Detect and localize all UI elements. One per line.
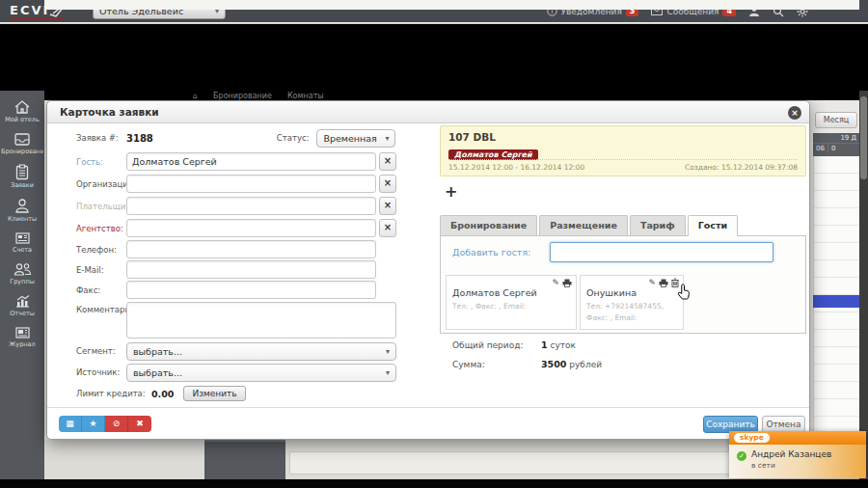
block-button[interactable]: ⊘ [105, 416, 128, 432]
request-number-value: 3188 [126, 133, 153, 144]
breadcrumb-bar [44, 0, 859, 10]
add-guest-input[interactable] [550, 242, 773, 262]
clear-guest-icon[interactable]: × [379, 152, 396, 171]
detail-tabs: Бронирование Размещение Тариф Гости [440, 215, 740, 235]
status-select[interactable]: Временная▾ [316, 129, 395, 148]
payer-field[interactable] [126, 197, 376, 215]
sidebar-item-journal[interactable]: Журнал [0, 323, 44, 352]
tab-booking[interactable]: Бронирование [440, 215, 537, 235]
organization-label: Организация: [76, 179, 126, 189]
segment-select[interactable]: выбрать...▾ [126, 342, 396, 361]
favorite-button[interactable]: ★ [82, 416, 105, 432]
sidebar-item-clients[interactable]: Клиенты [0, 195, 44, 227]
organization-field[interactable] [126, 175, 376, 193]
guest-details: Тел: , Факс: , Email: [452, 301, 570, 312]
log-button[interactable]: ▦ [59, 416, 82, 432]
total-period-label: Общий период: [452, 340, 541, 350]
sidebar-item-requests[interactable]: Заявки [0, 161, 44, 193]
hand-cursor-icon [677, 284, 691, 300]
skype-logo: skype [734, 433, 770, 443]
total-period-value: 1 [541, 339, 548, 350]
print-guest-icon[interactable] [562, 279, 572, 287]
sidebar: Мой отель Бронирование Заявки Клиенты Сч… [0, 91, 44, 479]
person-icon [14, 198, 30, 214]
sidebar-item-my-hotel[interactable]: Мой отель [0, 96, 44, 127]
request-number-label: Заявка #: [76, 133, 126, 143]
sidebar-item-booking[interactable]: Бронирование [0, 129, 44, 159]
guest-card[interactable]: ✎ Онушкина Тел: +79214587455, Факс: , Em… [580, 275, 684, 330]
sidebar-item-reports[interactable]: Отчеты [0, 291, 44, 321]
agency-label: Агентство: [76, 224, 126, 233]
total-period-row: Общий период: 1 суток [452, 339, 576, 350]
breadcrumb-rooms[interactable]: Комнаты [287, 92, 324, 100]
clear-organization-icon[interactable]: × [379, 175, 396, 193]
guest-field[interactable] [126, 152, 376, 171]
source-select[interactable]: выбрать...▾ [126, 364, 396, 382]
online-status-icon: ✓ [737, 451, 746, 461]
breadcrumb-home-icon[interactable]: ⌂ [193, 92, 198, 100]
guest-card[interactable]: ✎ Долматов Сергей Тел: , Факс: , Email: [446, 275, 577, 330]
invoice-icon [14, 231, 31, 245]
print-guest-icon[interactable] [659, 279, 668, 287]
status-label: Статус: [277, 133, 310, 143]
edit-guest-icon[interactable]: ✎ [648, 278, 656, 287]
tab-placement[interactable]: Размещение [539, 215, 628, 235]
fax-field[interactable] [126, 281, 376, 299]
sum-value: 3500 [541, 359, 566, 369]
breadcrumb: ⌂ Бронирование Комнаты [193, 92, 324, 100]
modal-title: Карточка заявки [60, 106, 159, 118]
clear-agency-icon[interactable]: × [379, 219, 396, 237]
journal-icon [14, 326, 31, 339]
agency-field[interactable] [126, 219, 376, 237]
booking-bar[interactable] [813, 295, 859, 308]
tab-tariff[interactable]: Тариф [630, 215, 686, 235]
chevron-down-icon: ▾ [386, 347, 390, 356]
month-button[interactable]: Месяц [815, 112, 857, 128]
room-period: 15.12.2014 12:00 - 16.12.2014 12:00 [448, 163, 584, 172]
chevron-down-icon: ▾ [385, 134, 389, 143]
modal-close-icon[interactable]: × [788, 106, 801, 120]
clipboard-icon [14, 164, 30, 180]
add-room-icon[interactable]: + [445, 182, 457, 201]
delete-button[interactable]: ✖ [128, 416, 151, 432]
home-icon [14, 99, 31, 115]
calendar-grid-header: 19 Д 06 0 [813, 133, 859, 156]
room-summary-panel: 107 DBL Долматов Сергей 15.12.2014 12:00… [440, 125, 806, 176]
skype-notification[interactable]: skype ✓ Андрей Казанцев в сети [729, 431, 866, 478]
change-credit-button[interactable]: Изменить [183, 386, 245, 401]
guest-details: Тел: +79214587455, Факс: , Email: [586, 301, 677, 324]
room-number: 107 DBL [448, 131, 798, 143]
email-label: E-Mail: [76, 265, 126, 275]
edit-guest-icon[interactable]: ✎ [552, 278, 559, 287]
segment-label: Сегмент: [76, 346, 126, 356]
request-form: Заявка #: 3188 Статус: Временная▾ Гость:… [76, 125, 396, 404]
phone-field[interactable] [126, 240, 376, 258]
skype-contact-status: в сети [751, 461, 831, 470]
skype-contact-name: Андрей Казанцев [751, 449, 831, 459]
sidebar-item-invoices[interactable]: Счета [0, 229, 44, 258]
tab-guests[interactable]: Гости [688, 215, 738, 236]
grid-day-label: 19 Д [813, 133, 859, 142]
comment-field[interactable] [126, 302, 396, 339]
people-icon [14, 262, 32, 277]
sidebar-item-groups[interactable]: Группы [0, 259, 44, 289]
sum-unit: рублей [569, 360, 602, 369]
email-field[interactable] [126, 260, 376, 279]
chevron-down-icon: ▾ [386, 368, 390, 377]
add-guest-label: Добавить гостя: [452, 247, 530, 258]
modal-header: Карточка заявки [47, 101, 809, 123]
modal-action-group: ▦ ★ ⊘ ✖ [59, 416, 151, 432]
breadcrumb-bookings[interactable]: Бронирование [213, 92, 272, 100]
room-created: Создано: 15.12.2014 09:37:08 [685, 163, 798, 172]
skype-header: skype [729, 431, 866, 445]
guest-name: Долматов Сергей [452, 287, 570, 298]
guest-name: Онушкина [586, 287, 677, 298]
source-label: Источник: [76, 367, 126, 377]
footer-divider [47, 407, 809, 408]
window-bottom-strip [0, 479, 868, 488]
scrollbar-thumb[interactable] [860, 96, 867, 179]
total-period-unit: суток [551, 340, 576, 350]
clear-payer-icon[interactable]: × [379, 197, 396, 215]
sum-row: Сумма: 3500 рублей [452, 359, 602, 369]
guest-label: Гость: [76, 157, 126, 167]
